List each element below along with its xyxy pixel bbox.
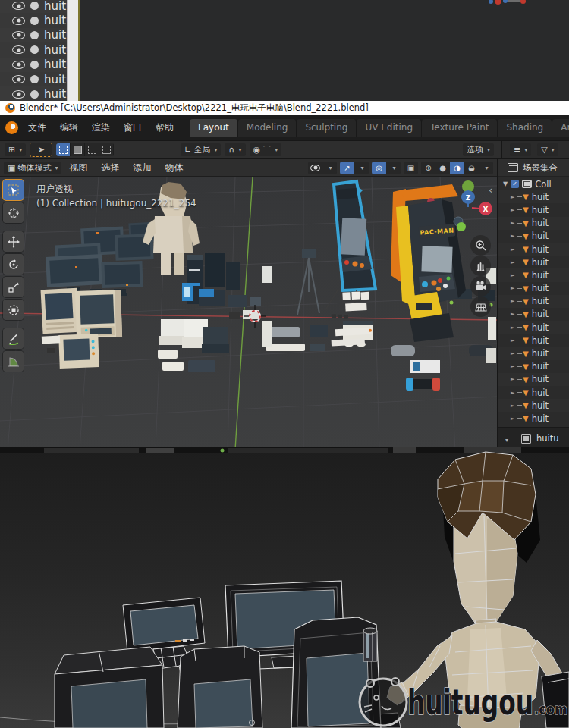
selectability-dot-icon[interactable] (30, 61, 39, 69)
collection-checkbox[interactable]: ✓ (511, 180, 519, 188)
viewport-canvas[interactable]: PAC-MAN (0, 177, 497, 449)
list-item[interactable]: huitu (0, 0, 67, 13)
shading-rendered-button[interactable]: ◒ (464, 162, 479, 174)
menu-add[interactable]: 添加 (127, 162, 157, 174)
collapsed-icon[interactable]: ► (511, 403, 517, 409)
camera-view-button[interactable] (470, 276, 491, 297)
select-mode-lasso[interactable] (99, 143, 114, 156)
shading-wireframe-button[interactable]: ⊕ (421, 162, 435, 174)
outliner-item[interactable]: ►▼huit (498, 412, 569, 425)
menu-select[interactable]: 选择 (95, 162, 125, 174)
outliner-item[interactable]: ►▼huit (498, 308, 569, 321)
window-title-bar[interactable]: Blender* [C:\Users\Administrator\Desktop… (0, 101, 569, 115)
tool-cursor[interactable] (3, 202, 24, 223)
list-item[interactable]: huitu (0, 28, 67, 42)
xray-toggle[interactable]: ▣ (404, 162, 418, 174)
tool-annotate[interactable] (3, 328, 24, 349)
tool-scale[interactable] (3, 277, 24, 297)
tab-animation[interactable]: Animation (552, 119, 569, 137)
menu-help[interactable]: 帮助 (149, 121, 181, 134)
collapsed-icon[interactable]: ► (511, 376, 517, 382)
outliner-item[interactable]: ►▼huit (498, 386, 569, 399)
snapping-button[interactable]: ∩ (225, 143, 245, 156)
editor-type-button[interactable]: ⊞ (5, 143, 26, 156)
tool-measure[interactable] (3, 351, 24, 372)
outliner-filter-button[interactable]: ▽ (537, 143, 558, 156)
outliner-item[interactable]: ►▼huit (498, 230, 569, 243)
outliner-item[interactable]: ►▼huit (498, 268, 569, 281)
tab-texture-paint[interactable]: Texture Paint (422, 119, 498, 137)
eye-visibility-icon[interactable] (12, 46, 25, 54)
outliner-item[interactable]: ►▼huit (498, 256, 569, 268)
collapsed-icon[interactable]: ► (511, 207, 517, 213)
outliner-item[interactable]: ►▼huit (498, 360, 569, 373)
selectability-dot-icon[interactable] (30, 90, 39, 99)
menu-file[interactable]: 文件 (21, 121, 53, 134)
tab-layout[interactable]: Layout (190, 119, 238, 137)
overlays-toggle[interactable]: ◎ (372, 162, 401, 174)
eye-visibility-icon[interactable] (12, 2, 25, 10)
shading-material-button[interactable]: ◑ (450, 162, 464, 174)
tab-shading[interactable]: Shading (498, 119, 552, 137)
collapsed-icon[interactable]: ► (511, 390, 517, 396)
outliner-item[interactable]: ►▼huit (498, 347, 569, 359)
outliner-breadcrumb[interactable]: 场景集合 (498, 159, 569, 177)
expand-icon[interactable]: ▼ (503, 180, 508, 187)
collapsed-icon[interactable]: ► (511, 337, 517, 344)
selectability-dot-icon[interactable] (30, 31, 39, 39)
collapsed-icon[interactable]: ► (511, 220, 517, 226)
collapsed-icon[interactable]: ► (511, 246, 517, 253)
collection-row[interactable]: ▼ ✓ Coll (498, 177, 569, 190)
menu-edit[interactable]: 编辑 (53, 121, 85, 134)
selectability-dot-icon[interactable] (30, 2, 39, 10)
list-item[interactable]: huitu (0, 58, 67, 72)
properties-editor-icon[interactable] (504, 434, 516, 443)
outliner-item[interactable]: ►▼huit (498, 203, 569, 216)
tool-select-box[interactable] (3, 180, 24, 200)
selectability-dot-icon[interactable] (30, 75, 39, 83)
visibility-dropdown[interactable] (308, 162, 337, 174)
outliner-item[interactable]: ►▼huit (498, 399, 569, 412)
select-mode-box[interactable] (71, 143, 85, 156)
eye-visibility-icon[interactable] (12, 61, 25, 69)
menu-window[interactable]: 窗口 (117, 121, 149, 134)
outliner-item[interactable]: ►▼huit (498, 373, 569, 386)
tab-uv-editing[interactable]: UV Editing (357, 119, 422, 137)
blender-menu-logo-icon[interactable] (5, 121, 18, 134)
collapsed-icon[interactable]: ► (511, 285, 517, 291)
pan-button[interactable] (470, 256, 491, 276)
menu-render[interactable]: 渲染 (85, 121, 117, 134)
outliner-display-mode-button[interactable]: ≡ (510, 143, 531, 156)
collapsed-icon[interactable]: ► (511, 259, 517, 265)
selectability-dot-icon[interactable] (30, 46, 39, 54)
selectability-dot-icon[interactable] (30, 17, 39, 25)
collapsed-icon[interactable]: ► (511, 363, 517, 369)
tool-rotate[interactable] (3, 254, 24, 275)
eye-visibility-icon[interactable] (12, 90, 25, 99)
outliner-item[interactable]: ►▼huit (498, 243, 569, 256)
collapsed-icon[interactable]: ► (511, 350, 517, 356)
outliner-item[interactable]: ►▼huit (498, 190, 569, 203)
select-mode-tweak[interactable] (56, 143, 71, 156)
outliner-item[interactable]: ►▼huit (498, 334, 569, 347)
outliner-item[interactable]: ►▼huit (498, 295, 569, 308)
tool-transform[interactable] (3, 300, 24, 320)
outliner-item[interactable]: ►▼huit (498, 321, 569, 334)
outliner-item[interactable]: ►▼huit (498, 217, 569, 230)
list-item[interactable]: huitu (0, 13, 67, 27)
select-mode-circle[interactable] (85, 143, 99, 156)
proportional-edit-button[interactable]: ◉⌒ (250, 143, 282, 156)
collapsed-icon[interactable]: ► (511, 233, 517, 239)
list-item[interactable]: huitu (0, 72, 67, 86)
tab-sculpting[interactable]: Sculpting (297, 119, 357, 137)
list-item[interactable]: huitu (0, 42, 67, 57)
menu-view[interactable]: 视图 (63, 162, 93, 174)
tool-move[interactable] (3, 231, 24, 252)
shading-solid-button[interactable]: ● (435, 162, 450, 174)
collapsed-icon[interactable]: ► (511, 325, 517, 331)
collapsed-icon[interactable]: ► (511, 272, 517, 278)
list-item[interactable]: huitu (0, 86, 67, 101)
perspective-toggle-button[interactable] (470, 297, 491, 317)
collapsed-icon[interactable]: ► (511, 416, 517, 422)
options-dropdown[interactable]: 选项 (463, 143, 494, 156)
